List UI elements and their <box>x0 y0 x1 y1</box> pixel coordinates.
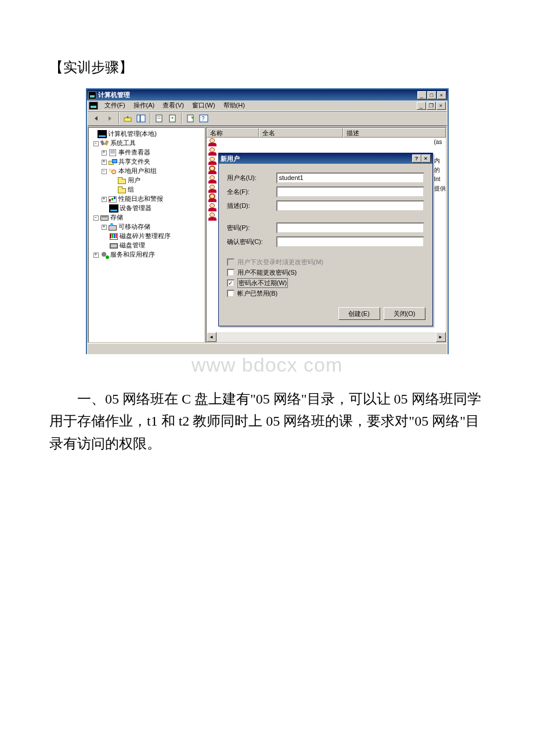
toolbar: ? <box>88 111 447 126</box>
tree-devmgr[interactable]: 设备管理器 <box>120 204 151 211</box>
local-users-groups-icon <box>108 167 117 175</box>
svg-rect-0 <box>124 118 131 121</box>
expand-icon[interactable]: + <box>102 197 107 202</box>
computer-icon <box>98 130 107 138</box>
col-name[interactable]: 名称 <box>207 128 259 138</box>
mdi-close-button[interactable]: × <box>436 102 446 110</box>
tree-event[interactable]: 事件查看器 <box>118 149 150 156</box>
close-dialog-button[interactable]: 关闭(O) <box>384 307 425 320</box>
performance-icon <box>108 195 117 203</box>
must-change-checkbox <box>227 258 234 266</box>
dialog-titlebar[interactable]: 新用户 ? × <box>219 153 432 164</box>
tools-icon <box>100 139 109 147</box>
tree-diskmgr[interactable]: 磁盘管理 <box>120 242 145 249</box>
confirm-password-input[interactable] <box>276 236 424 247</box>
menubar: 文件(F) 操作(A) 查看(V) 窗口(W) 帮助(H) _ ❐ × <box>88 100 447 111</box>
expand-icon[interactable]: + <box>93 253 99 258</box>
horizontal-scrollbar[interactable]: ◄ ► <box>207 332 446 342</box>
menu-window[interactable]: 窗口(W) <box>188 101 219 110</box>
window-title: 计算机管理 <box>98 91 417 99</box>
tree-users[interactable]: 用户 <box>128 177 140 183</box>
scroll-right-button[interactable]: ► <box>436 332 446 342</box>
user-icon <box>208 147 217 156</box>
mmc-window: 计算机管理 _ □ × 文件(F) 操作(A) 查看(V) 窗口(W) 帮助(H… <box>86 88 449 354</box>
menu-action[interactable]: 操作(A) <box>129 101 159 110</box>
disk-management-icon <box>109 242 118 250</box>
refresh-button[interactable] <box>166 112 179 125</box>
nav-forward-button[interactable] <box>103 112 116 125</box>
expand-icon[interactable]: + <box>102 160 107 165</box>
user-disabled-icon <box>208 166 217 174</box>
tree-perf[interactable]: 性能日志和警报 <box>118 195 163 202</box>
up-button[interactable] <box>121 112 134 125</box>
svg-rect-2 <box>140 115 145 122</box>
menu-help[interactable]: 帮助(H) <box>219 101 249 110</box>
tree-shared[interactable]: 共享文件夹 <box>118 158 150 165</box>
col-description[interactable]: 描述 <box>343 128 446 138</box>
export-button[interactable] <box>184 112 197 125</box>
tree-systools[interactable]: 系统工具 <box>110 139 136 146</box>
label-username: 用户名(U): <box>227 174 276 182</box>
tree-storage[interactable]: 存储 <box>110 214 123 221</box>
scroll-left-button[interactable]: ◄ <box>207 332 217 342</box>
description-input[interactable] <box>276 200 424 211</box>
label-fullname: 全名(F): <box>227 188 276 196</box>
mdi-minimize-button[interactable]: _ <box>417 102 426 110</box>
tree-root[interactable]: 计算机管理(本地) <box>108 130 157 137</box>
show-hide-tree-button[interactable] <box>135 112 147 125</box>
device-manager-icon <box>109 204 118 213</box>
disabled-checkbox[interactable] <box>227 290 234 297</box>
fullname-input[interactable] <box>276 186 424 197</box>
label-description: 描述(D): <box>227 201 276 210</box>
menu-view[interactable]: 查看(V) <box>158 101 188 110</box>
user-icon <box>208 138 217 146</box>
label-must-change: 用户下次登录时须更改密码(M) <box>237 258 324 267</box>
label-cannot-change: 用户不能更改密码(S) <box>237 268 297 277</box>
nav-back-button[interactable] <box>90 112 103 125</box>
col-fullname[interactable]: 全名 <box>259 128 343 138</box>
help-button[interactable]: ? <box>197 112 210 125</box>
cannot-change-checkbox[interactable] <box>227 269 234 276</box>
partial-text: (as 内 的 Int 提供 <box>434 138 446 193</box>
tree-groups[interactable]: 组 <box>128 186 134 193</box>
user-icon <box>208 175 217 183</box>
tree-services[interactable]: 服务和应用程序 <box>110 251 155 258</box>
watermark: www bdocx com <box>49 354 485 376</box>
titlebar[interactable]: 计算机管理 _ □ × <box>87 89 448 100</box>
svg-rect-1 <box>137 115 140 122</box>
expand-icon[interactable]: + <box>102 150 107 156</box>
statusbar <box>88 343 447 354</box>
tree-localug[interactable]: 本地用户和组 <box>118 167 157 174</box>
defrag-icon <box>109 232 118 240</box>
close-button[interactable]: × <box>437 91 446 99</box>
maximize-button[interactable]: □ <box>427 91 436 99</box>
collapse-icon[interactable]: - <box>93 141 99 146</box>
menu-file[interactable]: 文件(F) <box>100 101 129 110</box>
password-input[interactable] <box>276 222 424 233</box>
mdi-restore-button[interactable]: ❐ <box>427 102 436 110</box>
user-row[interactable] <box>207 138 446 147</box>
collapse-icon[interactable]: - <box>93 215 99 221</box>
tree-removable[interactable]: 可移动存储 <box>118 223 150 230</box>
removable-storage-icon <box>108 223 117 231</box>
dialog-close-button[interactable]: × <box>421 154 431 163</box>
properties-button[interactable] <box>153 112 165 125</box>
collapse-icon[interactable]: - <box>102 169 107 174</box>
dialog-help-button[interactable]: ? <box>412 154 421 163</box>
expand-icon[interactable]: + <box>102 225 107 230</box>
tree-defrag[interactable]: 磁盘碎片整理程序 <box>120 232 171 239</box>
username-input[interactable] <box>276 172 424 183</box>
create-button[interactable]: 创建(E) <box>338 307 380 320</box>
dialog-title: 新用户 <box>221 154 240 163</box>
svg-text:?: ? <box>201 116 205 122</box>
event-viewer-icon <box>108 149 117 157</box>
label-confirm: 确认密码(C): <box>227 237 276 246</box>
new-user-dialog: 新用户 ? × 用户名(U): 全名(F): 描述(D): 密码(P): 确认密… <box>218 153 433 326</box>
label-disabled: 帐户已禁用(B) <box>237 289 278 298</box>
folder-icon <box>117 177 127 185</box>
never-expire-checkbox[interactable]: ✓ <box>227 279 234 287</box>
minimize-button[interactable]: _ <box>417 91 427 99</box>
shared-folders-icon <box>108 158 117 166</box>
tree-pane[interactable]: 计算机管理(本地) -系统工具 +事件查看器 +共享文件夹 -本地用户和组 用户… <box>88 127 205 343</box>
body-paragraph: 一、05 网络班在 C 盘上建有"05 网络"目录，可以让 05 网络班同学用于… <box>49 388 485 455</box>
